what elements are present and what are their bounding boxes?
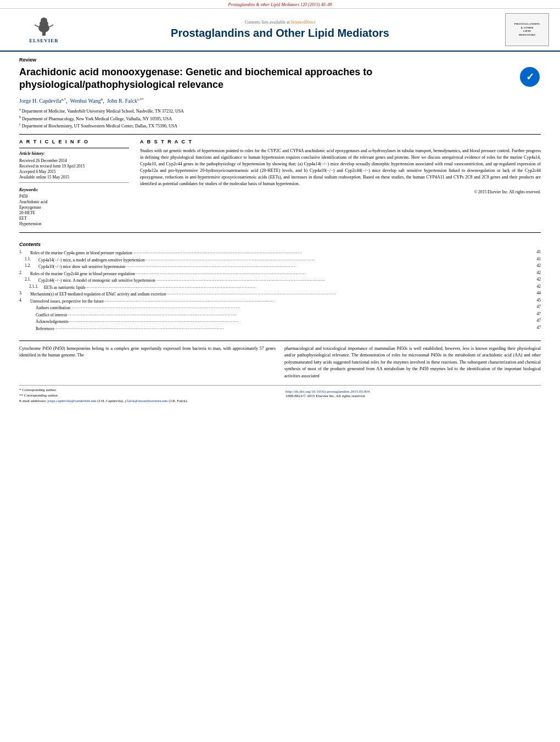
journal-citation: Prostaglandins & other Lipid Mediators 1… xyxy=(228,2,332,7)
license-text: 1098-8823/© 2015 Elsevier Inc. All right… xyxy=(285,394,541,398)
journal-title-area: Contents lists available at ScienceDirec… xyxy=(77,20,483,40)
sciencedirect-info: Contents lists available at ScienceDirec… xyxy=(77,20,483,25)
article-type-label: Review xyxy=(19,57,541,63)
copyright-notice: © 2015 Elsevier Inc. All rights reserved… xyxy=(140,189,541,194)
footnotes-section: * Corresponding author. ** Corresponding… xyxy=(19,385,541,404)
abstract-text: Studies with rat genetic models of hyper… xyxy=(140,148,541,187)
email2-name: (J.R. Falck). xyxy=(169,399,188,403)
article-header: Arachidonic acid monooxygenase: Genetic … xyxy=(19,66,541,92)
keyword-1: P450 xyxy=(19,194,129,199)
body-right-column: pharmacological and toxicological import… xyxy=(284,345,541,380)
footnote-double-star: ** Corresponding author. xyxy=(19,393,275,398)
journal-bar: Prostaglandins & other Lipid Mediators 1… xyxy=(0,0,560,9)
email1-link[interactable]: jorge.capdevila@vanderbilt.edu xyxy=(47,399,97,403)
email2-link[interactable]: j.falck@utsouthwestern.edu xyxy=(125,399,167,403)
toc-item-conflict: Conflict of interest....................… xyxy=(19,311,541,317)
history-accepted: Accepted 6 May 2015 xyxy=(19,169,129,174)
header-divider xyxy=(19,134,541,135)
toc-item-4: 4. Unresolved issues, perspective for th… xyxy=(19,298,541,304)
toc-item-1-1: 1.1. Cyp4a14(−/−) mice, a model of andro… xyxy=(19,256,541,263)
keywords-label: Keywords: xyxy=(19,187,129,192)
abstract-title: A B S T R A C T xyxy=(140,139,541,144)
author-capdevila: Jorge H. Capdevila xyxy=(19,98,61,104)
footnotes-right: http://dx.doi.org/10.1016/j.prostaglandi… xyxy=(285,388,541,404)
author-falck: John R. Falck xyxy=(107,98,137,104)
history-label: Article history: xyxy=(19,151,129,156)
crossmark-icon: ✓ xyxy=(519,66,541,88)
article-title: Arachidonic acid monooxygenase: Genetic … xyxy=(19,66,513,92)
keyword-2: Arachidonic acid xyxy=(19,199,129,204)
keyword-3: Epoxygenase xyxy=(19,205,129,210)
affiliation-c: c Department of Biochemistry, UT Southwe… xyxy=(19,122,541,130)
sciencedirect-link-text[interactable]: ScienceDirect xyxy=(291,20,316,25)
contents-divider xyxy=(19,232,541,233)
svg-point-3 xyxy=(41,18,47,23)
publisher-logo-area: ELSEVIER xyxy=(11,16,77,43)
toc-item-2: 2. Roles of the murine Cyp2c44 gene in b… xyxy=(19,270,541,276)
journal-logo-box: PROSTAGLANDINS& OTHERLIPIDMEDIATORS xyxy=(505,13,549,46)
body-divider xyxy=(19,341,541,341)
toc-item-2-1-1: 2.1.1. EETs as natriuretic lipids.......… xyxy=(19,284,541,290)
elsevier-label: ELSEVIER xyxy=(29,38,59,43)
body-left-text: Cytochrome P450 (P450) hemeproteins belo… xyxy=(19,345,276,359)
svg-line-4 xyxy=(35,25,38,27)
toc-item-3: 3. Mechanism(s) of EET-mediated regulati… xyxy=(19,291,541,297)
footnotes-left: * Corresponding author. ** Corresponding… xyxy=(19,388,275,404)
page-header: ELSEVIER Contents lists available at Sci… xyxy=(0,9,560,52)
journal-logo-area: PROSTAGLANDINS& OTHERLIPIDMEDIATORS xyxy=(483,13,549,46)
footnote-star: * Corresponding author. xyxy=(19,388,275,392)
toc-item-2-1: 2.1. Cyp2c44(−/−) mice. A model of monog… xyxy=(19,277,541,283)
contents-section: Contents 1. Roles of the murine Cyp4a ge… xyxy=(19,238,541,335)
toc-item-acknowledgements: Acknowledgements........................… xyxy=(19,318,541,324)
elsevier-tree-icon xyxy=(30,16,58,37)
article-info-title: A R T I C L E I N F O xyxy=(19,139,129,144)
affiliation-a: a Department of Medicine, Vanderbilt Uni… xyxy=(19,107,541,115)
article-info-column: A R T I C L E I N F O Article history: R… xyxy=(19,139,129,227)
affiliation-b: b Department of Pharmacology, New York M… xyxy=(19,115,541,122)
toc-item-references: References..............................… xyxy=(19,325,541,331)
history-revised: Received in revised form 19 April 2015 xyxy=(19,164,129,169)
doi-link[interactable]: http://dx.doi.org/10.1016/j.prostaglandi… xyxy=(285,389,541,394)
history-online: Available online 15 May 2015 xyxy=(19,175,129,180)
info-abstract-section: A R T I C L E I N F O Article history: R… xyxy=(19,139,541,227)
svg-text:✓: ✓ xyxy=(526,71,534,82)
svg-line-5 xyxy=(49,25,53,27)
journal-title: Prostaglandins and Other Lipid Mediators xyxy=(77,27,483,40)
footnote-emails: E-mail addresses: jorge.capdevila@vander… xyxy=(19,399,275,403)
toc-item-1: 1. Roles of the murine Cyp4a genes in bl… xyxy=(19,249,541,255)
email1-name: (J.H. Capdevila), xyxy=(98,399,124,403)
history-received: Received 26 December 2014 xyxy=(19,158,129,163)
affiliations: a Department of Medicine, Vanderbilt Uni… xyxy=(19,107,541,130)
contents-title: Contents xyxy=(19,242,541,247)
body-text-section: Cytochrome P450 (P450) hemeproteins belo… xyxy=(19,345,541,380)
toc-item-authors: Authors contribution....................… xyxy=(19,304,541,310)
body-right-text: pharmacological and toxicological import… xyxy=(284,345,541,380)
email-label: E-mail addresses: xyxy=(19,399,47,403)
keyword-5: EET xyxy=(19,216,129,221)
authors-line: Jorge H. Capdevilaa,*, Wenhui Wangb, Joh… xyxy=(19,97,541,104)
elsevier-logo: ELSEVIER xyxy=(29,16,59,43)
keyword-4: 20-HETE xyxy=(19,210,129,215)
main-content: Review Arachidonic acid monooxygenase: G… xyxy=(0,52,560,410)
body-left-column: Cytochrome P450 (P450) hemeproteins belo… xyxy=(19,345,276,380)
abstract-column: A B S T R A C T Studies with rat genetic… xyxy=(140,139,541,227)
keyword-6: Hypertension xyxy=(19,221,129,226)
author-wang: Wenhui Wang xyxy=(70,98,100,104)
toc-item-1-2: 1.2. Cyp4a10(−/−) mice show salt sensiti… xyxy=(19,263,541,269)
page: Prostaglandins & other Lipid Mediators 1… xyxy=(0,0,560,742)
